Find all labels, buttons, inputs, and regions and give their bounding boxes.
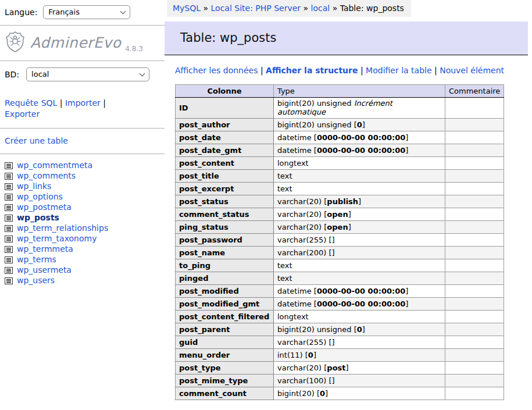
column-name-cell: ID xyxy=(176,98,274,119)
table-link-wp_comments[interactable]: wp_comments xyxy=(17,171,76,180)
tab-afficher-la-structure[interactable]: Afficher la structure xyxy=(266,66,358,75)
table-link-wp_users[interactable]: wp_users xyxy=(17,276,55,285)
default-value: 0 xyxy=(320,389,325,398)
table-list-item: wp_links xyxy=(5,181,160,191)
table-select-icon[interactable] xyxy=(5,277,13,284)
column-comment-cell xyxy=(445,144,504,157)
table-row: post_typevarchar(20) [post] xyxy=(176,362,504,375)
table-select-icon[interactable] xyxy=(5,235,13,242)
table-row: pingedtext xyxy=(176,272,504,285)
column-type-cell: datetime [0000-00-00 00:00:00] xyxy=(274,285,445,298)
table-row: comment_countbigint(20) [0] xyxy=(176,387,504,400)
table-select-icon[interactable] xyxy=(5,256,13,263)
breadcrumb-item[interactable]: Local Site: PHP Server xyxy=(211,3,301,13)
table-link-wp_commentmeta[interactable]: wp_commentmeta xyxy=(17,161,92,170)
table-select-icon[interactable] xyxy=(5,214,13,221)
sql-action-link[interactable]: Importer xyxy=(65,98,101,108)
default-value: 0000-00-00 00:00:00 xyxy=(317,287,405,295)
column-comment-cell xyxy=(445,119,504,131)
language-row: Langue: Français xyxy=(0,4,165,25)
table-row: post_datedatetime [0000-00-00 00:00:00] xyxy=(176,131,504,144)
language-label: Langue: xyxy=(5,8,37,17)
table-link-wp_links[interactable]: wp_links xyxy=(17,181,51,191)
tables-list: wp_commentmetawp_commentswp_linkswp_opti… xyxy=(0,154,165,286)
tab-separator: | xyxy=(358,66,366,75)
tab-afficher-les-donn-es[interactable]: Afficher les données xyxy=(175,66,258,75)
table-select-icon[interactable] xyxy=(5,266,13,273)
language-select[interactable]: Français xyxy=(43,5,130,19)
tab-nouvel-l-ment[interactable]: Nouvel élément xyxy=(440,66,504,75)
column-name-cell: post_parent xyxy=(176,323,274,336)
column-type-cell: text xyxy=(274,183,445,195)
table-select-icon[interactable] xyxy=(5,193,13,200)
column-type-cell: bigint(20) [0] xyxy=(274,387,445,400)
column-name-cell: post_excerpt xyxy=(176,183,274,195)
table-row: post_contentlongtext xyxy=(176,157,504,170)
table-select-icon[interactable] xyxy=(5,245,13,252)
breadcrumb-item: Table: wp_posts xyxy=(340,3,404,13)
column-comment-cell xyxy=(445,234,504,247)
create-table-link[interactable]: Créer une table xyxy=(5,136,68,145)
column-name-cell: post_mime_type xyxy=(176,375,274,387)
sql-action-link[interactable]: Requête SQL xyxy=(5,98,57,108)
column-type-cell: varchar(20) [post] xyxy=(274,362,445,375)
breadcrumb-item[interactable]: local xyxy=(311,3,330,13)
table-link-wp_term_taxonomy[interactable]: wp_term_taxonomy xyxy=(17,234,97,243)
default-value: open xyxy=(327,223,348,231)
table-select-icon[interactable] xyxy=(5,183,13,190)
breadcrumb-separator: » xyxy=(330,3,340,13)
table-select-icon[interactable] xyxy=(5,172,13,179)
column-type-cell: varchar(255) [] xyxy=(274,234,445,247)
table-list-item: wp_users xyxy=(5,275,160,286)
column-name-cell: post_author xyxy=(176,119,274,131)
breadcrumb-item[interactable]: MySQL xyxy=(173,3,201,13)
column-comment-cell xyxy=(445,247,504,259)
column-type-cell: varchar(255) [] xyxy=(274,336,445,349)
table-row: post_content_filteredlongtext xyxy=(176,311,504,323)
table-link-wp_posts[interactable]: wp_posts xyxy=(17,213,59,222)
table-action-tabs: Afficher les données | Afficher la struc… xyxy=(175,66,532,75)
table-link-wp_postmeta[interactable]: wp_postmeta xyxy=(17,202,72,212)
page-title: Table: wp_posts xyxy=(180,31,528,45)
column-comment-cell xyxy=(445,157,504,170)
sql-action-link[interactable]: Exporter xyxy=(5,109,40,119)
column-comment-cell xyxy=(445,375,504,387)
table-select-icon[interactable] xyxy=(5,162,13,169)
table-row: post_parentbigint(20) unsigned [0] xyxy=(176,323,504,336)
table-list-item: wp_postmeta xyxy=(5,202,160,212)
column-type-cell: varchar(20) [open] xyxy=(274,221,445,234)
default-value: publish xyxy=(327,197,358,206)
table-list-item: wp_term_taxonomy xyxy=(5,233,160,244)
table-row: post_modified_gmtdatetime [0000-00-00 00… xyxy=(176,298,504,311)
column-name-cell: post_modified_gmt xyxy=(176,298,274,311)
table-link-wp_usermeta[interactable]: wp_usermeta xyxy=(17,265,72,274)
column-comment-cell xyxy=(445,170,504,183)
column-name-cell: post_password xyxy=(176,234,274,247)
table-row: comment_statusvarchar(20) [open] xyxy=(176,208,504,221)
table-link-wp_termmeta[interactable]: wp_termmeta xyxy=(17,244,73,254)
column-type-cell: text xyxy=(274,259,445,272)
default-value: 0000-00-00 00:00:00 xyxy=(317,133,405,142)
table-link-wp_terms[interactable]: wp_terms xyxy=(17,255,56,264)
column-name-cell: menu_order xyxy=(176,349,274,362)
sidebar: Langue: Français AdminerEvo 4.8.3 xyxy=(0,0,165,410)
database-select[interactable]: local xyxy=(26,67,149,81)
title-band: Table: wp_posts xyxy=(165,22,528,55)
table-select-icon[interactable] xyxy=(5,224,13,231)
table-link-wp_term_relationships[interactable]: wp_term_relationships xyxy=(17,223,108,233)
column-name-cell: post_status xyxy=(176,195,274,208)
tab-modifier-la-table[interactable]: Modifier la table xyxy=(366,66,431,75)
table-row: post_statusvarchar(20) [publish] xyxy=(176,195,504,208)
column-name-cell: post_content_filtered xyxy=(176,311,274,323)
app-version: 4.8.3 xyxy=(125,45,143,55)
table-row: post_date_gmtdatetime [0000-00-00 00:00:… xyxy=(176,144,504,157)
column-type-cell: datetime [0000-00-00 00:00:00] xyxy=(274,298,445,311)
column-name-cell: post_modified xyxy=(176,285,274,298)
table-select-icon[interactable] xyxy=(5,204,13,211)
sql-actions: Requête SQL | Importer | Exporter xyxy=(0,88,131,128)
table-row: post_namevarchar(200) [] xyxy=(176,247,504,259)
language-select-wrap: Français xyxy=(43,5,130,19)
table-link-wp_options[interactable]: wp_options xyxy=(17,192,63,201)
auto-increment-label: Incrément automatique xyxy=(277,99,392,116)
table-row: post_modifieddatetime [0000-00-00 00:00:… xyxy=(176,285,504,298)
